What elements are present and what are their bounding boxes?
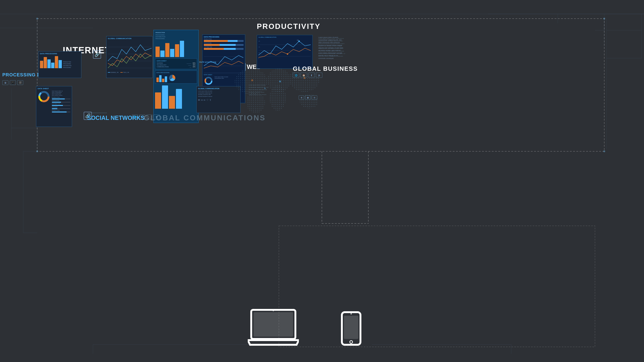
back-icon[interactable]: ⇐ — [204, 99, 206, 101]
svg-point-74 — [350, 340, 352, 343]
panel-main-blue-chart: PRODUCTION PROCESSING DISTRIBUTION PROCE… — [154, 30, 199, 123]
arrow-icon[interactable]: ⇒ — [201, 99, 203, 101]
svg-point-28 — [603, 150, 605, 152]
svg-text:15: 15 — [258, 46, 260, 48]
main-scene: INTERNET PROCESSING DATA 🖥 📱 🎬 🔗 🔗 🔗 🔗 W… — [0, 0, 644, 362]
svg-point-66 — [279, 81, 281, 82]
bar-2 — [44, 57, 47, 68]
monitor-icon[interactable]: 🖥 — [2, 80, 8, 85]
text-panel-mid-right: Lorem ipsum dolor sit amet, consectetuer… — [249, 84, 295, 96]
panel-data-sheet-left: DATA SHEET lorem ipsum dolor sitamet, co… — [36, 86, 72, 127]
share-icon[interactable]: ⇪ — [210, 99, 211, 101]
pie-chart-small — [168, 74, 177, 82]
productivity-label: PRODUCTIVITY — [257, 22, 320, 31]
line-chart-productivity: 12 20 15 10 5 — [258, 39, 311, 62]
background-text-right: Lorem ipsum dolor sit amet, consectetuer… — [318, 37, 374, 57]
svg-point-27 — [36, 150, 38, 152]
big-bars-bottom — [154, 85, 198, 110]
data-sheet-rows: PRODUCTION PROCESSING DISTRIBUTION INTER… — [52, 97, 70, 112]
email-icon[interactable]: ✉ — [198, 99, 200, 101]
panel-data-sheet-title: DATA SHEET — [38, 88, 70, 89]
svg-point-71 — [272, 310, 274, 311]
main-bars — [156, 41, 196, 57]
phone-icon — [341, 311, 362, 346]
svg-text:20: 20 — [258, 41, 260, 42]
sharing-panel: DATA SHEET SHARING ______ 90% TECHNOLOGY… — [155, 58, 197, 69]
svg-point-67 — [304, 77, 306, 79]
global-communications-label: GLOBAL COMMUNICATIONS — [144, 114, 266, 122]
svg-point-65 — [251, 79, 253, 81]
tablet-icon[interactable]: 📱 — [10, 80, 16, 85]
bar-1 — [40, 61, 43, 68]
bar-6 — [58, 60, 62, 68]
film-icon[interactable]: 🎬 — [17, 80, 23, 85]
donut-chart-left — [38, 90, 50, 103]
svg-rect-73 — [344, 316, 358, 339]
svg-rect-70 — [254, 312, 293, 337]
donut-right — [204, 76, 213, 85]
svg-point-51 — [298, 41, 300, 42]
svg-text:5: 5 — [258, 58, 259, 59]
panel-data-proc-left: DATA PROCESSING PRODUCTION PROCESSING DI… — [38, 51, 81, 78]
bar-5 — [55, 56, 58, 68]
link-icon-left[interactable]: 🔗 — [93, 51, 101, 59]
laptop-icon — [248, 309, 299, 346]
svg-text:12: 12 — [297, 39, 299, 41]
heart-icon[interactable]: ♡ — [206, 99, 208, 101]
svg-point-26 — [603, 18, 605, 20]
svg-rect-76 — [279, 226, 595, 347]
data-processing-detected-label: DaTA processing — [200, 61, 216, 63]
production-bars-top: PRODUCTION PROCESSING DISTRIBUTION PROCE… — [154, 30, 198, 57]
svg-point-25 — [36, 18, 38, 20]
global-comm-title: GLOBAL COMMUNICATION — [108, 38, 151, 39]
svg-point-52 — [287, 53, 288, 55]
processing-data-icons: 🖥 📱 🎬 — [2, 80, 23, 85]
laptop-device — [248, 309, 299, 347]
social-globe-icon[interactable]: 🌐 — [132, 115, 138, 119]
svg-text:10: 10 — [258, 52, 260, 54]
legend: SHARING_ 8% TECH_ 4% — [108, 72, 151, 73]
panel-global-comm-center: GLOBAL COMMUNICATION SHARING_ 8% TECH_ 4… — [106, 36, 153, 78]
svg-point-75 — [350, 313, 352, 314]
bar-labels: PRODUCTION PROCESSING DISTRIBUTION PROCE… — [62, 61, 68, 68]
bar-4 — [51, 63, 54, 68]
svg-point-64 — [300, 94, 318, 108]
line-chart-center — [108, 40, 152, 70]
data-proc-small: DATA PROCESSING — [155, 71, 197, 84]
panel-title: DATA PROCESSING — [40, 53, 80, 55]
bar-3 — [48, 59, 51, 68]
phone-device — [341, 311, 362, 347]
